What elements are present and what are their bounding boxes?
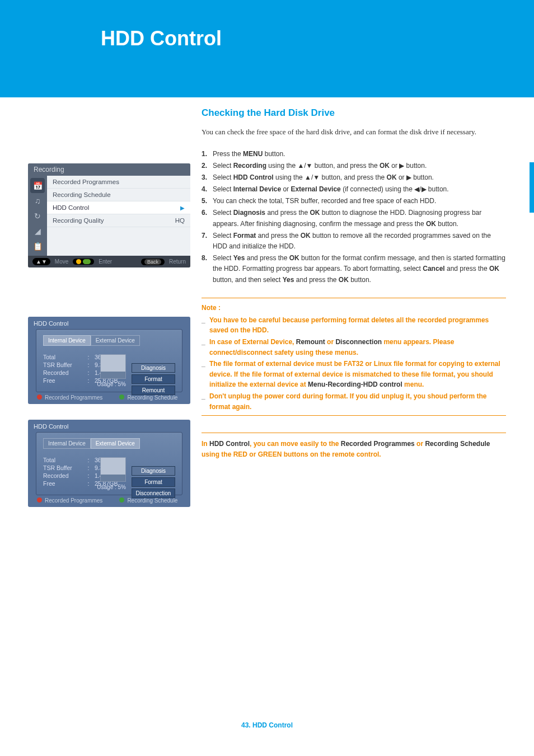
menu-item-selected[interactable]: HDD Control▶: [47, 201, 190, 214]
step-item: 3.Select HDD Control using the ▲/▼ butto…: [202, 172, 506, 183]
music-icon: ♫: [30, 193, 45, 208]
step-item: 4.Select Internal Device or External Dev…: [202, 184, 506, 195]
menu-item[interactable]: Recorded Programmes: [47, 176, 190, 189]
tag-icon: ◢: [30, 223, 45, 238]
usage-bar: [100, 354, 126, 379]
step-item: 8.Select Yes and press the OK button for…: [202, 253, 506, 285]
note-heading: Note :: [202, 304, 506, 312]
step-list: 1.Press the MENU button.2.Select Recordi…: [202, 149, 506, 285]
menu-item[interactable]: Recording Schedule: [47, 189, 190, 201]
usage-label: Usage : 5%: [97, 381, 126, 387]
tab-internal[interactable]: Internal Device: [43, 335, 91, 346]
footer-link-rp[interactable]: Recorded Programmes: [37, 395, 102, 401]
figure-column: Recording 📅 ♫ ↻ ◢ 📋 Recorded Programmes …: [28, 107, 196, 523]
menu-item[interactable]: Recording QualityHQ: [47, 214, 190, 227]
section-heading: Checking the Hard Disk Drive: [202, 107, 506, 119]
refresh-icon: ↻: [30, 208, 45, 223]
figure-hdd-external: HDD Control Internal Device External Dev…: [28, 420, 190, 507]
format-button[interactable]: Format: [132, 477, 175, 487]
enter-hint: [73, 259, 94, 265]
remount-button[interactable]: Remount: [132, 386, 175, 395]
footer-link-rp[interactable]: Recorded Programmes: [37, 497, 102, 504]
panel-title: HDD Control: [28, 317, 190, 329]
figure-recording-menu: Recording 📅 ♫ ↻ ◢ 📋 Recorded Programmes …: [28, 163, 190, 267]
figure-hdd-internal: HDD Control Internal Device External Dev…: [28, 317, 190, 404]
calendar-icon: 📅: [30, 178, 45, 193]
panel-title: HDD Control: [28, 420, 190, 432]
tab-external[interactable]: External Device: [91, 438, 140, 449]
page-footer: 43. HDD Control: [0, 721, 534, 729]
move-hint: ▲▼: [32, 258, 50, 265]
step-item: 1.Press the MENU button.: [202, 149, 506, 159]
note-list: _You have to be careful because performi…: [202, 315, 506, 412]
back-hint: Back: [141, 259, 165, 265]
menu-footer: ▲▼ Move Enter Back Return: [28, 256, 190, 267]
note-item: _The file format of external device must…: [202, 359, 506, 390]
usage-bar: [100, 457, 126, 482]
step-item: 5.You can check the total, TSR buffer, r…: [202, 196, 506, 206]
tab-external[interactable]: External Device: [91, 335, 140, 346]
footer-link-rs[interactable]: Recording Schedule: [119, 395, 177, 401]
format-button[interactable]: Format: [132, 374, 175, 384]
footer-link-rs[interactable]: Recording Schedule: [119, 497, 177, 504]
menu-icon-rail: 📅 ♫ ↻ ◢ 📋: [28, 176, 47, 256]
divider: [202, 415, 506, 416]
side-tab-accent: [530, 162, 534, 213]
note-item: _You have to be careful because performi…: [202, 315, 506, 336]
note-item: _In case of External Device, Remount or …: [202, 337, 506, 358]
step-item: 6.Select Diagnosis and press the OK butt…: [202, 208, 506, 229]
chevron-right-icon: ▶: [180, 205, 185, 211]
diagnosis-button[interactable]: Diagnosis: [132, 363, 175, 373]
note-item: _Don't unplug the power cord during form…: [202, 391, 506, 412]
step-item: 2.Select Recording using the ▲/▼ button,…: [202, 161, 506, 171]
usage-label: Usage : 5%: [97, 484, 126, 490]
disconnection-button[interactable]: Disconnection: [132, 489, 175, 498]
footer-note: In HDD Control, you can move easily to t…: [202, 433, 506, 459]
diagnosis-button[interactable]: Diagnosis: [132, 466, 175, 476]
list-icon: 📋: [30, 238, 45, 253]
step-item: 7.Select Format and press the OK button …: [202, 231, 506, 252]
quality-value: HQ: [175, 217, 185, 224]
menu-title: Recording: [28, 163, 190, 176]
divider: [202, 298, 506, 298]
page-title: HDD Control: [101, 27, 534, 50]
text-column: Checking the Hard Disk Drive You can che…: [196, 107, 506, 523]
intro-text: You can check the free space of the hard…: [202, 126, 506, 138]
tab-internal[interactable]: Internal Device: [43, 438, 91, 449]
hero-banner: HDD Control: [0, 0, 534, 97]
